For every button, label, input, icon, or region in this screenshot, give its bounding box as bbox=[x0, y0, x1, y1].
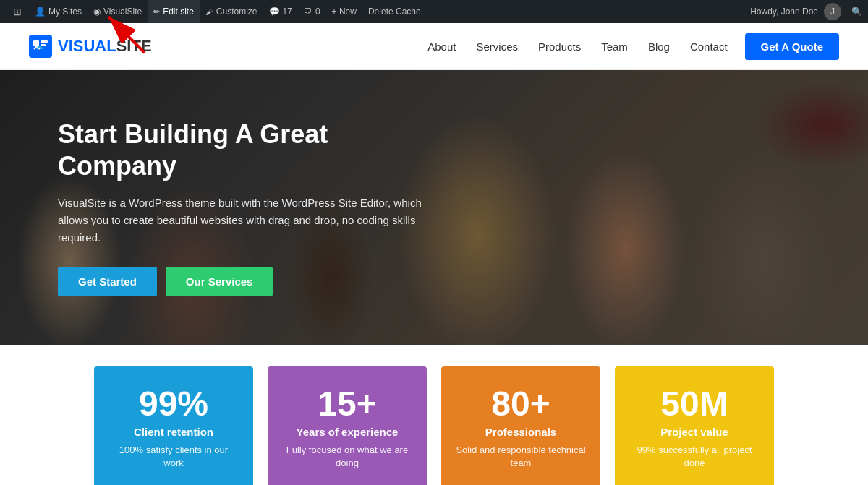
stat-title: Years of experience bbox=[282, 426, 412, 438]
logo-icon bbox=[29, 35, 52, 58]
nav-about[interactable]: About bbox=[427, 40, 456, 53]
pencil-icon: ✏ bbox=[153, 7, 160, 17]
hero-description: VisualSite is a WordPress theme built wi… bbox=[58, 194, 427, 246]
comment-zero-item[interactable]: 🗨 0 bbox=[298, 0, 326, 23]
comment-icon: 💬 bbox=[269, 7, 280, 17]
delete-cache-item[interactable]: Delete Cache bbox=[362, 0, 427, 23]
stat-description: 99% successfully all project done bbox=[629, 444, 760, 470]
delete-cache-label: Delete Cache bbox=[368, 7, 421, 17]
site-header: VISUALSITE About Services Products Team … bbox=[0, 23, 868, 70]
hero-buttons: Get Started Our Services bbox=[58, 267, 448, 296]
user-avatar: J bbox=[824, 3, 841, 20]
admin-bar: ⊞ 👤 My Sites ◉ VisualSite ✏ Edit site 🖌 … bbox=[0, 0, 868, 23]
nav-team[interactable]: Team bbox=[601, 40, 628, 53]
svg-rect-4 bbox=[41, 44, 46, 46]
logo-visual-text: VISUAL bbox=[58, 37, 116, 55]
new-item[interactable]: + New bbox=[326, 0, 362, 23]
my-sites-item[interactable]: 👤 My Sites bbox=[29, 0, 88, 23]
stat-card: 99% Client retention 100% satisfy client… bbox=[94, 366, 253, 485]
stat-number: 15+ bbox=[282, 387, 412, 421]
svg-rect-3 bbox=[41, 40, 48, 43]
nav-blog[interactable]: Blog bbox=[648, 40, 670, 53]
stat-card: 80+ Professionals Solid and responsible … bbox=[441, 366, 600, 485]
stat-card: 50M Project value 99% successfully all p… bbox=[615, 366, 774, 485]
hero-title: Start Building A Great Company bbox=[58, 119, 448, 181]
logo-site-text: SITE bbox=[116, 37, 152, 55]
stat-number: 99% bbox=[109, 387, 239, 421]
wp-icon: ⊞ bbox=[12, 6, 23, 17]
nav-products[interactable]: Products bbox=[538, 40, 581, 53]
stat-title: Project value bbox=[629, 426, 760, 438]
stat-description: Solid and responsible technical team bbox=[456, 444, 586, 470]
site-logo[interactable]: VISUALSITE bbox=[29, 35, 152, 58]
svg-rect-2 bbox=[33, 40, 39, 46]
comments-label: 0 bbox=[315, 7, 320, 17]
stat-number: 80+ bbox=[456, 387, 586, 421]
wp-logo-item[interactable]: ⊞ bbox=[6, 0, 29, 23]
my-sites-label: My Sites bbox=[48, 7, 82, 17]
comment-zero-icon: 🗨 bbox=[304, 7, 312, 17]
visual-site-label: VisualSite bbox=[103, 7, 142, 17]
site-icon: ◉ bbox=[93, 7, 101, 17]
customize-item[interactable]: 🖌 Customize bbox=[200, 0, 263, 23]
visual-site-item[interactable]: ◉ VisualSite bbox=[88, 0, 148, 23]
get-quote-button[interactable]: Get A Quote bbox=[745, 33, 839, 60]
admin-bar-right: Howdy, John Doe J 🔍 bbox=[750, 3, 862, 20]
stat-number: 50M bbox=[629, 387, 760, 421]
comments-count: 17 bbox=[283, 7, 292, 17]
customize-icon: 🖌 bbox=[205, 7, 213, 16]
sites-icon: 👤 bbox=[35, 7, 46, 17]
get-started-button[interactable]: Get Started bbox=[58, 267, 157, 296]
stats-section: 99% Client retention 100% satisfy client… bbox=[0, 345, 868, 485]
stat-description: Fully focused on what we are doing bbox=[282, 444, 412, 470]
stat-title: Client retention bbox=[109, 426, 239, 438]
stat-card: 15+ Years of experience Fully focused on… bbox=[268, 366, 427, 485]
howdy-label: Howdy, John Doe bbox=[750, 7, 818, 17]
hero-section: Start Building A Great Company VisualSit… bbox=[0, 70, 868, 345]
stat-title: Professionals bbox=[456, 426, 586, 438]
site-nav: About Services Products Team Blog Contac… bbox=[427, 40, 727, 53]
our-services-button[interactable]: Our Services bbox=[166, 267, 273, 296]
customize-label: Customize bbox=[216, 7, 258, 17]
hero-content: Start Building A Great Company VisualSit… bbox=[0, 119, 506, 296]
stat-description: 100% satisfy clients in our work bbox=[109, 444, 239, 470]
comments-item[interactable]: 💬 17 bbox=[263, 0, 298, 23]
search-icon[interactable]: 🔍 bbox=[851, 7, 862, 17]
nav-services[interactable]: Services bbox=[476, 40, 518, 53]
new-label: + New bbox=[332, 7, 357, 17]
edit-site-item[interactable]: ✏ Edit site bbox=[148, 0, 200, 23]
edit-site-label: Edit site bbox=[163, 7, 194, 17]
nav-contact[interactable]: Contact bbox=[690, 40, 728, 53]
